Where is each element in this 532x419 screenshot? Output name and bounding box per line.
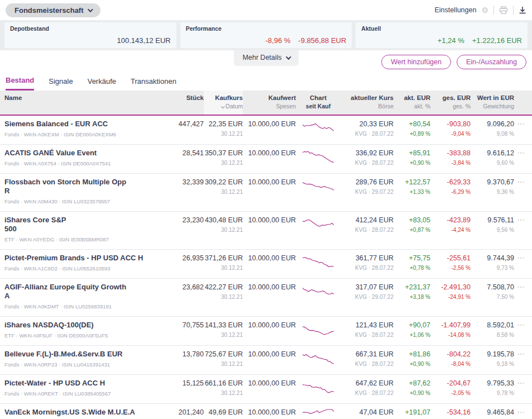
tab-bestand[interactable]: Bestand xyxy=(6,76,34,91)
akt-eur-cell: +191,07+2,06 % xyxy=(394,408,430,419)
fund-name-cell[interactable]: iShares NASDAQ-100(DE) ETF · WKN A0F5UF … xyxy=(4,321,165,340)
table-row[interactable]: AGIF-Allianz Europe Equity Growth A Fond… xyxy=(0,279,532,317)
sparkline-chart[interactable] xyxy=(296,408,341,419)
add-value-button[interactable]: Wert hinzufügen xyxy=(381,55,451,69)
fund-name-cell[interactable]: iShares Core S&P 500 ETF · WKN A0YEDG · … xyxy=(4,216,165,244)
fund-name-line2: 500 xyxy=(4,225,159,234)
fund-name-cell[interactable]: Pictet-Water - HP USD ACC H Fonds · WKN … xyxy=(4,379,165,398)
portfolio-selector[interactable]: Fondsmeisterschaft xyxy=(6,3,100,17)
fund-name-cell[interactable]: Flossbach von Storch Multiple Opp R Fond… xyxy=(4,178,165,206)
row-menu-icon[interactable]: ⋯ xyxy=(514,350,528,359)
fund-name-cell[interactable]: Siemens Balanced - EUR ACC Fonds · WKN A… xyxy=(4,120,165,139)
more-details-label: Mehr Details xyxy=(242,54,281,61)
fund-name-cell[interactable]: AGIF-Allianz Europe Equity Growth A Fond… xyxy=(4,283,165,311)
settings-label[interactable]: Einstellungen xyxy=(434,6,476,14)
fund-name-cell[interactable]: Bellevue F.(L)-B.Med.&Serv.B EUR Fonds ·… xyxy=(4,350,165,369)
chevron-down-icon xyxy=(286,54,291,60)
fund-meta: Fonds · WKN A0RP23 · ISIN LU0415391431 xyxy=(4,360,159,369)
table-row[interactable]: VanEck Morningst.US S.Wide M.U.E.A ETF ·… xyxy=(0,404,532,419)
ges-eur-cell: -1.407,99-14,08 % xyxy=(430,321,471,340)
depot-value: 100.143,12 EUR xyxy=(117,36,171,45)
sparkline-chart[interactable] xyxy=(296,321,341,336)
table-row[interactable]: iShares Core S&P 500 ETF · WKN A0YEDG · … xyxy=(0,212,532,250)
divider xyxy=(493,6,494,15)
stueck-cell: 447,427 xyxy=(165,120,204,128)
gear-icon[interactable]: ⚙ xyxy=(481,6,488,15)
akt-kurs-cell: 667,31 EURKVG · 28.07.22 xyxy=(341,350,394,369)
fund-name: Pictet-Water - HP USD ACC H xyxy=(4,379,159,388)
akt-kurs-cell: 289,76 EURKVG · 29.07.22 xyxy=(341,178,394,197)
col-name[interactable]: Name xyxy=(4,94,165,102)
ges-eur-cell: -804,22-8,04 % xyxy=(430,350,471,369)
fund-name-cell[interactable]: ACATIS GANÉ Value Event Fonds · WKN A0X7… xyxy=(4,149,165,168)
row-menu-icon[interactable]: ⋯ xyxy=(514,379,528,388)
table-row[interactable]: Pictet-Premium Brands - HP USD ACC H Fon… xyxy=(0,250,532,279)
kaufwert-cell: 10.000,00 EUR xyxy=(243,216,296,225)
sparkline-chart[interactable] xyxy=(296,254,341,269)
sparkline-chart[interactable] xyxy=(296,216,341,231)
fund-meta: ETF · WKN A0YEDG · ISIN IE00B5BMR087 xyxy=(4,235,159,244)
col-akt-eur[interactable]: akt. EURakt. % xyxy=(394,94,430,111)
aktuell-pct: +1,24 % xyxy=(438,36,464,45)
card-performance: Performance -8,96 % -9.856,88 EUR xyxy=(180,22,352,48)
sparkline-chart[interactable] xyxy=(296,120,341,135)
table-row[interactable]: ACATIS GANÉ Value Event Fonds · WKN A0X7… xyxy=(0,145,532,174)
sparkline-chart[interactable] xyxy=(296,350,341,365)
col-ges-eur[interactable]: ges. EURges. % xyxy=(430,94,471,111)
fund-name-cell[interactable]: VanEck Morningst.US S.Wide M.U.E.A ETF ·… xyxy=(4,408,165,419)
akt-eur-cell: +85,91+0,90 % xyxy=(394,149,430,168)
akt-kurs-cell: 412,24 EURKVG · 28.07.22 xyxy=(341,216,394,235)
row-menu-icon[interactable]: ⋯ xyxy=(514,216,528,225)
fund-name: Siemens Balanced - EUR ACC xyxy=(4,120,159,128)
kaufwert-cell: 10.000,00 EUR xyxy=(243,283,296,292)
more-details-button[interactable]: Mehr Details xyxy=(233,50,298,66)
fund-name: AGIF-Allianz Europe Equity Growth xyxy=(4,283,159,292)
fund-name-cell[interactable]: Pictet-Premium Brands - HP USD ACC H Fon… xyxy=(4,254,165,273)
stueck-cell: 13,780 xyxy=(165,350,204,359)
akt-eur-cell: +81,86+0,90 % xyxy=(394,350,430,369)
tab-signale[interactable]: Signale xyxy=(49,76,73,91)
col-stueck[interactable]: Stück xyxy=(165,94,204,102)
print-button[interactable] xyxy=(499,6,508,15)
akt-eur-cell: +80,54+0,89 % xyxy=(394,120,430,139)
tab-verkaeufe[interactable]: Verkäufe xyxy=(88,76,116,91)
table-row[interactable]: Siemens Balanced - EUR ACC Fonds · WKN A… xyxy=(0,116,532,145)
kaufwert-cell: 10.000,00 EUR xyxy=(243,120,296,128)
fund-meta: Fonds · WKN A0KEXM · ISIN DE000A0KEXM6 xyxy=(4,130,159,139)
kaufkurs-cell: 309,22 EUR30.12.21 xyxy=(204,178,243,197)
row-menu-icon[interactable]: ⋯ xyxy=(514,321,528,330)
wert-cell: 8.592,018,58 % xyxy=(471,321,514,340)
stueck-cell: 26,935 xyxy=(165,254,204,263)
sparkline-chart[interactable] xyxy=(296,178,341,193)
deposit-withdraw-button[interactable]: Ein-/Auszahlung xyxy=(457,55,526,69)
ges-eur-cell: -423,89-4,24 % xyxy=(430,216,471,235)
card-aktuell: Aktuell +1,24 % +1.222,16 EUR xyxy=(356,22,528,48)
row-menu-icon[interactable]: ⋯ xyxy=(514,149,528,158)
col-akt-kurs[interactable]: aktueller KursBörse xyxy=(341,94,394,111)
download-button[interactable] xyxy=(519,6,526,14)
card-label: Aktuell xyxy=(361,25,522,32)
col-chart[interactable]: Chartseit Kauf xyxy=(296,94,341,111)
row-menu-icon[interactable]: ⋯ xyxy=(514,283,528,292)
fund-name: Flossbach von Storch Multiple Opp xyxy=(4,178,159,187)
col-kaufwert[interactable]: KaufwertSpesen xyxy=(243,94,296,111)
kaufkurs-cell: 430,48 EUR30.12.21 xyxy=(204,216,243,235)
row-menu-icon[interactable]: ⋯ xyxy=(514,254,528,263)
akt-kurs-cell: 20,33 EURKVG · 28.07.22 xyxy=(341,120,394,139)
sparkline-chart[interactable] xyxy=(296,149,341,164)
table-row[interactable]: Flossbach von Storch Multiple Opp R Fond… xyxy=(0,174,532,212)
sparkline-chart[interactable] xyxy=(296,283,341,298)
row-menu-icon[interactable]: ⋯ xyxy=(514,408,528,417)
table-row[interactable]: Pictet-Water - HP USD ACC H Fonds · WKN … xyxy=(0,375,532,404)
col-wert[interactable]: Wert in EURGewichtung xyxy=(471,94,514,111)
table-row[interactable]: Bellevue F.(L)-B.Med.&Serv.B EUR Fonds ·… xyxy=(0,346,532,375)
table-row[interactable]: iShares NASDAQ-100(DE) ETF · WKN A0F5UF … xyxy=(0,317,532,346)
ges-eur-cell: -534,16-5,34 % xyxy=(430,408,471,419)
sparkline-chart[interactable] xyxy=(296,379,341,394)
row-menu-icon[interactable]: ⋯ xyxy=(514,120,528,128)
tab-transaktionen[interactable]: Transaktionen xyxy=(131,76,176,91)
ges-eur-cell: -204,67-2,05 % xyxy=(430,379,471,398)
col-kaufkurs[interactable]: Kaufkurs Datum xyxy=(204,91,243,115)
wert-cell: 9.795,339,78 % xyxy=(471,379,514,398)
row-menu-icon[interactable]: ⋯ xyxy=(514,178,528,187)
